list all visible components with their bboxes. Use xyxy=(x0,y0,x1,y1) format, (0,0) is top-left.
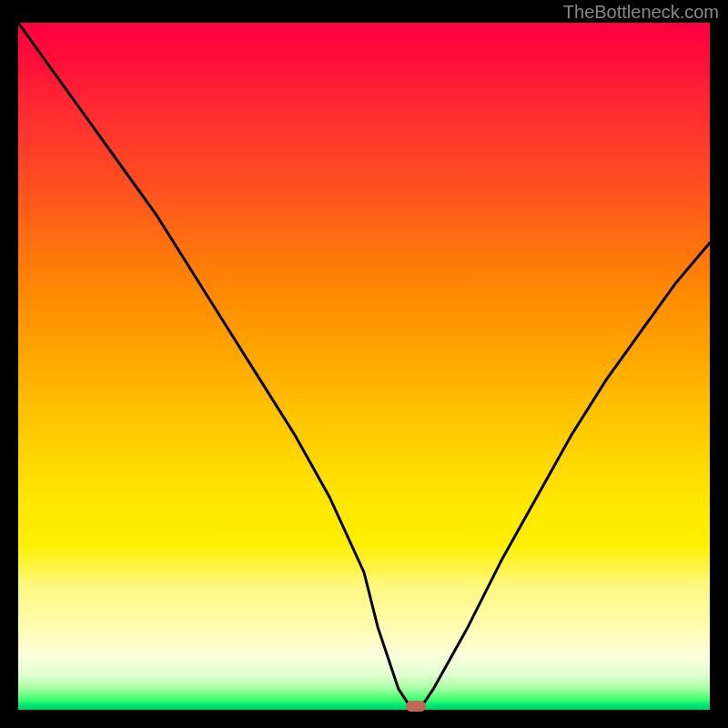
plot-area xyxy=(18,23,710,710)
watermark-text: TheBottleneck.com xyxy=(563,2,719,23)
bottleneck-curve-svg xyxy=(18,23,710,710)
bottleneck-curve-path xyxy=(18,23,710,710)
chart-container: TheBottleneck.com xyxy=(0,0,728,728)
optimal-marker xyxy=(406,701,426,712)
